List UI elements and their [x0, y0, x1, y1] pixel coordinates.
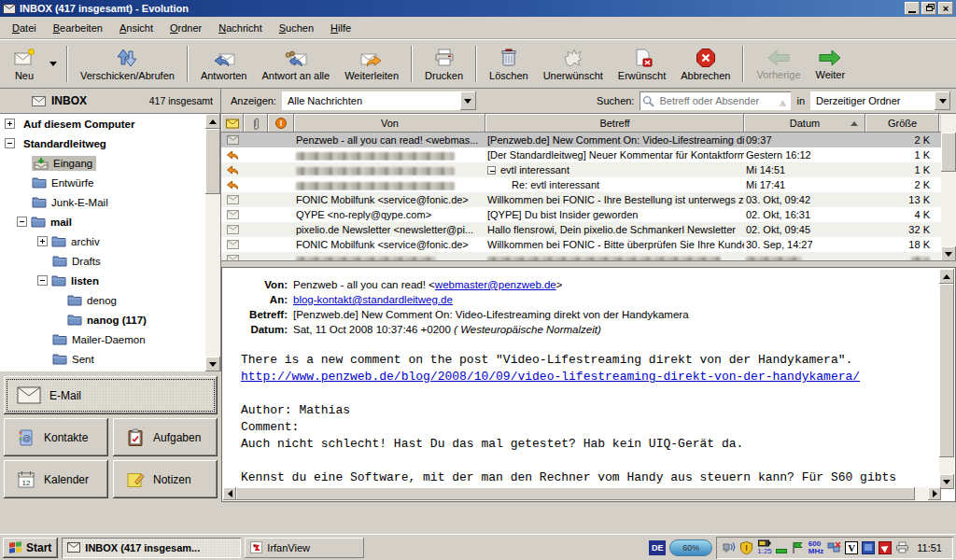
- green-bar-icon[interactable]: [776, 549, 787, 553]
- message-row[interactable]: FONIC Mobilfunk <service@fonic.de> Willk…: [221, 237, 941, 252]
- reply-button[interactable]: Antworten: [193, 42, 255, 86]
- folder-tree-scrollbar[interactable]: [205, 114, 220, 371]
- tree-folder-entwuerfe[interactable]: Entwürfe: [0, 173, 220, 192]
- printer-icon[interactable]: [895, 540, 909, 554]
- language-indicator[interactable]: DE: [649, 540, 666, 555]
- search-scope-dropdown[interactable]: Derzeitiger Ordner: [810, 91, 950, 110]
- tree-folder-junk[interactable]: Junk-E-Mail: [0, 192, 220, 212]
- menu-ansicht[interactable]: Ansicht: [111, 20, 162, 36]
- expander-minus-icon[interactable]: [17, 217, 27, 227]
- tree-account-standardleitweg[interactable]: Standardleitweg: [0, 133, 220, 153]
- column-from[interactable]: Von: [294, 114, 485, 133]
- column-priority[interactable]: !: [268, 114, 294, 133]
- next-button[interactable]: Weiter: [808, 42, 853, 86]
- delete-button[interactable]: Löschen: [482, 42, 536, 86]
- scroll-up-button[interactable]: [939, 269, 954, 284]
- tree-folder-mail[interactable]: mail: [0, 212, 220, 231]
- show-filter-dropdown[interactable]: Alle Nachrichten: [282, 91, 476, 110]
- tree-account-on-this-computer[interactable]: Auf diesem Computer: [0, 114, 220, 133]
- message-row[interactable]: FONIC Mobilfunk <service@fonic.de> Willk…: [221, 192, 941, 207]
- tree-folder-mailer-daemon[interactable]: Mailer-Daemon: [0, 329, 220, 349]
- message-row[interactable]: evtl interessant Mi 14:51 1 K: [221, 162, 941, 177]
- thread-collapse-icon[interactable]: [487, 166, 496, 175]
- switcher-contacts-button[interactable]: @ Kontakte: [4, 418, 108, 456]
- blue-window-icon[interactable]: [862, 541, 875, 554]
- menu-bearbeiten[interactable]: Bearbeiten: [45, 20, 111, 36]
- close-button[interactable]: ×: [938, 2, 953, 15]
- message-row[interactable]: pixelio.de Newsletter <newsletter@pi... …: [221, 222, 941, 237]
- scrollbar-thumb[interactable]: [939, 284, 954, 457]
- tree-folder-drafts[interactable]: Drafts: [0, 251, 220, 271]
- menu-datei[interactable]: Datei: [4, 20, 45, 36]
- expander-plus-icon[interactable]: [37, 236, 48, 246]
- scroll-down-button[interactable]: [941, 246, 956, 261]
- tree-folder-archiv[interactable]: archiv: [0, 231, 220, 251]
- flag-icon[interactable]: [791, 540, 805, 554]
- from-email-link[interactable]: webmaster@penzweb.de: [435, 279, 556, 290]
- message-row[interactable]: QYPE <no-reply@qype.com> [QYPE] Du bist …: [221, 207, 941, 222]
- switcher-tasks-button[interactable]: Aufgaben: [113, 418, 218, 456]
- preview-horizontal-scrollbar[interactable]: [223, 487, 941, 500]
- network-offline-icon[interactable]: [827, 540, 841, 554]
- column-status[interactable]: [221, 114, 244, 133]
- restore-button[interactable]: [921, 2, 936, 15]
- menu-ordner[interactable]: Ordner: [162, 20, 210, 36]
- tree-folder-denog[interactable]: denog: [0, 290, 220, 310]
- column-subject[interactable]: Betreff: [485, 114, 744, 133]
- message-row[interactable]: Penzweb - all you can read! <webmas... […: [221, 133, 941, 147]
- message-row-cut-off[interactable]: [221, 252, 941, 261]
- scrollbar-thumb[interactable]: [941, 133, 956, 172]
- security-shield-icon[interactable]: !: [739, 540, 753, 554]
- print-button[interactable]: Drucken: [417, 42, 471, 86]
- message-row[interactable]: Re: evtl interessant Mi 17:41 2 K: [221, 177, 941, 192]
- message-list-scrollbar[interactable]: [941, 114, 956, 261]
- menu-hilfe[interactable]: Hilfe: [322, 20, 359, 36]
- battery-meter[interactable]: 60%: [669, 539, 712, 556]
- tree-folder-eingang[interactable]: Eingang: [0, 153, 220, 173]
- tree-folder-listen[interactable]: listen: [0, 271, 220, 290]
- preview-vertical-scrollbar[interactable]: [939, 269, 954, 489]
- previous-button[interactable]: Vorherige: [749, 42, 808, 86]
- expander-minus-icon[interactable]: [5, 138, 15, 148]
- search-box[interactable]: [640, 91, 791, 110]
- scroll-down-button[interactable]: [939, 474, 954, 489]
- volume-icon[interactable]: [722, 540, 736, 554]
- taskbar-task-irfanview[interactable]: IrfanView: [245, 538, 364, 558]
- send-receive-button[interactable]: Verschicken/Abrufen: [73, 42, 182, 86]
- to-email-link[interactable]: blog-kontakt@standardleitweg.de: [293, 294, 453, 305]
- expander-minus-icon[interactable]: [37, 275, 48, 286]
- reply-all-button[interactable]: Antwort an alle: [254, 42, 337, 86]
- v-tray-icon[interactable]: V: [845, 541, 858, 554]
- scroll-left-button[interactable]: [223, 487, 236, 500]
- switcher-memos-button[interactable]: Notizen: [113, 460, 218, 498]
- scroll-right-button[interactable]: [928, 487, 941, 500]
- new-button[interactable]: Neu: [4, 42, 45, 86]
- tree-folder-nanog[interactable]: nanog (117): [0, 310, 220, 329]
- junk-button[interactable]: Unerwünscht: [536, 42, 611, 86]
- search-input[interactable]: [657, 94, 777, 107]
- battery-status-icon[interactable]: 1:25: [757, 539, 772, 555]
- search-scope-arrow-button[interactable]: [935, 91, 950, 110]
- forward-button[interactable]: Weiterleiten: [337, 42, 406, 86]
- expander-plus-icon[interactable]: [5, 119, 15, 129]
- scroll-up-button[interactable]: [205, 114, 220, 129]
- scrollbar-thumb[interactable]: [236, 487, 915, 500]
- tree-folder-sent[interactable]: Sent: [0, 349, 220, 369]
- not-junk-button[interactable]: Erwünscht: [611, 42, 673, 86]
- body-url-link[interactable]: http://www.penzweb.de/blog/2008/10/09/vi…: [241, 370, 860, 384]
- minimize-button[interactable]: [905, 2, 920, 15]
- scrollbar-thumb[interactable]: [205, 129, 220, 194]
- remote-pointer-icon[interactable]: [879, 541, 892, 554]
- new-dropdown-button[interactable]: [45, 42, 62, 86]
- taskbar-task-evolution[interactable]: INBOX (417 insgesam...: [62, 538, 241, 558]
- column-size[interactable]: Größe: [865, 114, 939, 133]
- title-bar[interactable]: INBOX (417 insgesamt) - Evolution ×: [0, 0, 956, 17]
- show-filter-arrow-button[interactable]: [460, 91, 476, 110]
- menu-suchen[interactable]: Suchen: [271, 20, 322, 36]
- switcher-calendar-button[interactable]: 12 Kalender: [4, 460, 108, 498]
- start-button[interactable]: Start: [3, 538, 58, 558]
- cpu-speed-indicator[interactable]: 600MHz: [808, 540, 823, 555]
- column-attachment[interactable]: [244, 114, 268, 133]
- menu-nachricht[interactable]: Nachricht: [210, 20, 270, 36]
- cancel-button[interactable]: Abbrechen: [673, 42, 738, 86]
